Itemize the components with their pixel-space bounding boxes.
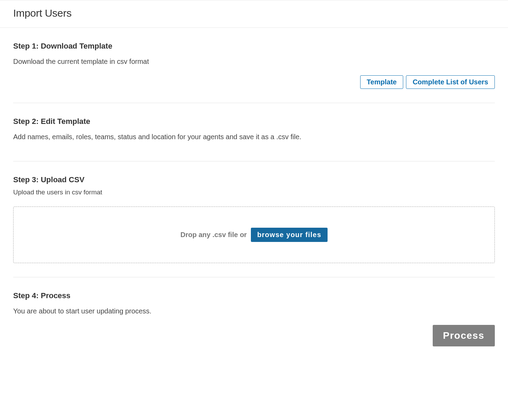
step-4-section: Step 4: Process You are about to start u… (13, 277, 495, 346)
step-1-section: Step 1: Download Template Download the c… (13, 28, 495, 103)
step-3-title: Step 3: Upload CSV (13, 175, 495, 184)
step-1-description: Download the current template in csv for… (13, 57, 495, 66)
page-header: Import Users (0, 0, 508, 28)
template-button[interactable]: Template (360, 75, 403, 89)
csv-dropzone[interactable]: Drop any .csv file or browse your files (13, 207, 495, 263)
step-2-section: Step 2: Edit Template Add names, emails,… (13, 103, 495, 142)
process-button[interactable]: Process (433, 325, 495, 346)
dropzone-text: Drop any .csv file or (180, 231, 247, 239)
step-4-description: You are about to start user updating pro… (13, 306, 495, 316)
step-2-title: Step 2: Edit Template (13, 117, 495, 126)
page-title: Import Users (13, 7, 508, 19)
complete-list-of-users-button[interactable]: Complete List of Users (406, 75, 495, 89)
step-4-button-row: Process (13, 325, 495, 346)
browse-files-button[interactable]: browse your files (251, 228, 328, 242)
step-1-button-row: Template Complete List of Users (13, 75, 495, 103)
step-2-description: Add names, emails, roles, teams, status … (13, 132, 495, 142)
main-content: Step 1: Download Template Download the c… (0, 28, 508, 367)
step-4-title: Step 4: Process (13, 291, 495, 300)
step-1-title: Step 1: Download Template (13, 42, 495, 51)
step-3-description: Upload the users in csv format (13, 188, 495, 196)
step-3-section: Step 3: Upload CSV Upload the users in c… (13, 161, 495, 263)
